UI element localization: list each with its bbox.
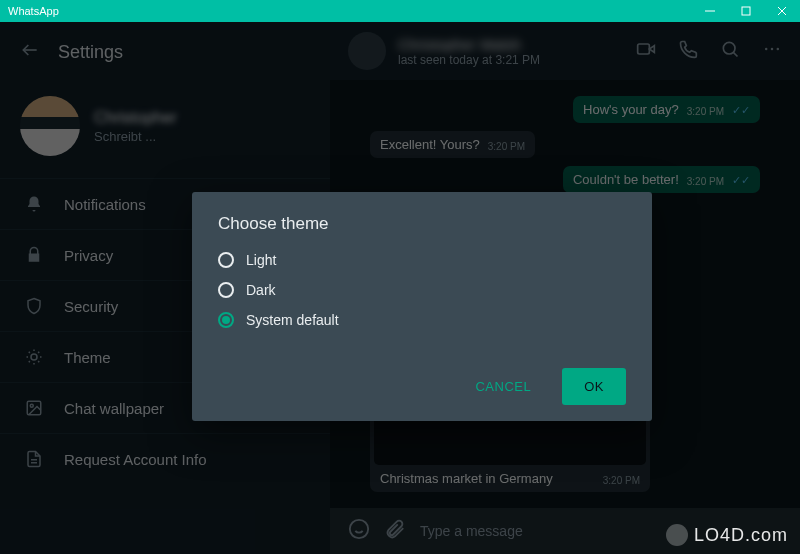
globe-icon <box>666 524 688 546</box>
theme-option-light[interactable]: Light <box>218 252 626 268</box>
titlebar: WhatsApp <box>0 0 800 22</box>
close-button[interactable] <box>764 0 800 22</box>
svg-rect-1 <box>742 7 750 15</box>
radio-icon <box>218 282 234 298</box>
radio-icon <box>218 252 234 268</box>
theme-option-dark[interactable]: Dark <box>218 282 626 298</box>
window-controls <box>692 0 800 22</box>
radio-label: Dark <box>246 282 276 298</box>
maximize-button[interactable] <box>728 0 764 22</box>
theme-option-system[interactable]: System default <box>218 312 626 328</box>
app-title: WhatsApp <box>8 5 59 17</box>
theme-modal: Choose theme Light Dark System default C… <box>192 192 652 421</box>
ok-button[interactable]: OK <box>562 368 626 405</box>
modal-title: Choose theme <box>218 214 626 234</box>
minimize-button[interactable] <box>692 0 728 22</box>
modal-actions: CANCEL OK <box>218 368 626 405</box>
radio-icon <box>218 312 234 328</box>
app-body: Settings Christopher Schreibt ... Notifi… <box>0 22 800 554</box>
radio-label: Light <box>246 252 276 268</box>
theme-options: Light Dark System default <box>218 252 626 328</box>
radio-label: System default <box>246 312 339 328</box>
watermark: LO4D.com <box>666 524 788 546</box>
cancel-button[interactable]: CANCEL <box>452 368 554 405</box>
watermark-text: LO4D.com <box>694 525 788 546</box>
